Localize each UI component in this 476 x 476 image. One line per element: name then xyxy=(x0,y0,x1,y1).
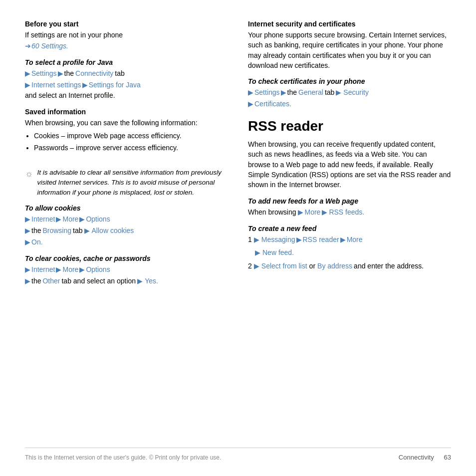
cc-the: the xyxy=(31,276,41,286)
ac-browsing-link: Browsing xyxy=(42,226,71,236)
s2-end: and enter the address. xyxy=(354,261,424,271)
add-feeds-title: To add new feeds for a Web page xyxy=(248,197,451,205)
saved-info-list: Cookies – improve Web page access effici… xyxy=(34,131,228,153)
s2-arrow1: ▶ xyxy=(254,261,259,271)
s1-rss-reader-link: RSS reader xyxy=(303,235,339,244)
create-feed-title: To create a new feed xyxy=(248,225,451,233)
allow-cookies-line2: ▶ the Browsing tab ▶ Allow cookies xyxy=(25,226,228,236)
cc-more-link: More xyxy=(62,264,78,275)
s2-by-address-link: By address xyxy=(317,261,352,271)
select-profile-line2: ▶ Internet settings ▶ Settings for Java xyxy=(25,80,228,90)
saved-info-section: Saved information When browsing, you can… xyxy=(25,108,228,156)
cc-internet-link: Internet xyxy=(31,264,55,275)
s1-arrow4: ▶ xyxy=(255,247,260,258)
saved-info-text: When browsing, you can save the followin… xyxy=(25,118,228,128)
before-arrow: ➔ xyxy=(25,41,31,51)
step1-line: 1 ▶ Messaging ▶ RSS reader ▶ More xyxy=(248,235,451,244)
check-certs-title: To check certificates in your phone xyxy=(248,77,451,85)
tip-text: It is advisable to clear all sensitive i… xyxy=(37,168,229,197)
sp-tab: tab xyxy=(115,68,124,79)
allow-cookies-line1: ▶ Internet ▶ More ▶ Options xyxy=(25,214,228,225)
add-feeds-text: When browsing xyxy=(248,207,296,217)
cc-arrow4: ▶ xyxy=(25,276,30,286)
ac-options-link: Options xyxy=(86,214,110,225)
before-you-start-text: If settings are not in your phone xyxy=(25,30,228,40)
s1-arrow2: ▶ xyxy=(296,235,302,244)
bullet-cookies: Cookies – improve Web page access effici… xyxy=(34,131,228,141)
cert-arrow2: ▶ xyxy=(281,87,286,98)
footer: This is the Internet version of the user… xyxy=(25,448,451,461)
af-more-link: More xyxy=(305,207,321,218)
select-profile-line1: ▶ Settings ▶ the Connectivity tab xyxy=(25,68,228,79)
footer-left: This is the Internet version of the user… xyxy=(25,453,399,461)
cc-arrow3: ▶ xyxy=(79,264,85,275)
settings-for-java-link: Settings for Java xyxy=(89,80,141,90)
s1-arrow1: ▶ xyxy=(254,235,259,244)
s2-or: or xyxy=(309,261,315,271)
check-certs-line2: ▶ Certificates. xyxy=(248,99,451,109)
sp-arrow2: ▶ xyxy=(58,68,63,79)
before-text1: If settings are not in your phone xyxy=(25,31,123,39)
cert-general-link: General xyxy=(298,87,323,98)
step2-num: 2 xyxy=(248,261,252,271)
step2-line: 2 ▶ Select from list or By address and e… xyxy=(248,261,451,271)
sp-arrow1: ▶ xyxy=(25,68,30,79)
footer-note: This is the Internet version of the user… xyxy=(25,454,221,461)
cert-tab: tab xyxy=(325,87,334,98)
cc-other-link: Other xyxy=(42,276,60,286)
sixty-settings-link: 60 Settings. xyxy=(31,41,68,51)
allow-cookies-line3: ▶ On. xyxy=(25,237,228,247)
rss-body: When browsing, you can receive frequentl… xyxy=(248,139,451,190)
before-you-start-section: Before you start If settings are not in … xyxy=(25,20,228,51)
clear-cookies-line1: ▶ Internet ▶ More ▶ Options xyxy=(25,264,228,275)
s1-messaging-link: Messaging xyxy=(261,235,295,244)
sp-arrow3: ▶ xyxy=(25,80,30,90)
ac-arrow1: ▶ xyxy=(25,214,30,225)
allow-cookies-section: To allow cookies ▶ Internet ▶ More ▶ Opt… xyxy=(25,204,228,247)
s1-more-link: More xyxy=(347,235,363,244)
cc-arrow2: ▶ xyxy=(56,264,61,275)
clear-cookies-title: To clear cookies, cache or passwords xyxy=(25,254,228,262)
create-feed-section: To create a new feed 1 ▶ Messaging ▶ RSS… xyxy=(248,225,451,274)
rss-title: RSS reader xyxy=(248,118,451,134)
clear-cookies-line2: ▶ the Other tab and select an option ▶ Y… xyxy=(25,276,228,286)
sp-settings-link: Settings xyxy=(31,68,57,79)
cc-end: tab and select an option xyxy=(61,276,136,286)
ac-arrow6: ▶ xyxy=(25,237,30,247)
bullet-passwords: Passwords – improve server access effici… xyxy=(34,143,228,153)
internet-security-text: Your phone supports secure browsing. Cer… xyxy=(248,30,451,70)
footer-right: Connectivity 63 xyxy=(399,453,451,461)
page: Before you start If settings are not in … xyxy=(0,0,476,476)
add-feeds-section: To add new feeds for a Web page When bro… xyxy=(248,197,451,218)
internet-security-title: Internet security and certificates xyxy=(248,20,451,28)
cert-the: the xyxy=(287,87,297,98)
rss-section: RSS reader When browsing, you can receiv… xyxy=(248,116,451,190)
left-column: Before you start If settings are not in … xyxy=(25,20,228,448)
before-nav-line: ➔ 60 Settings. xyxy=(25,41,228,51)
s1-new-feed-link: New feed. xyxy=(262,247,294,258)
cert-arrow4: ▶ xyxy=(248,99,253,109)
tip-icon: ☼ xyxy=(25,169,33,179)
sp-the: the xyxy=(64,68,74,79)
tip-block: ☼ It is advisable to clear all sensitive… xyxy=(25,168,228,197)
step1-line2: ▶ New feed. xyxy=(255,247,451,258)
footer-page: 63 xyxy=(444,454,451,461)
af-arrow1: ▶ xyxy=(298,207,303,218)
af-arrow2: ▶ xyxy=(322,207,327,218)
cert-arrow1: ▶ xyxy=(248,87,253,98)
sp-arrow4: ▶ xyxy=(82,80,88,90)
select-profile-section: To select a profile for Java ▶ Settings … xyxy=(25,58,228,100)
ac-arrow5: ▶ xyxy=(84,226,90,236)
content-area: Before you start If settings are not in … xyxy=(25,20,451,448)
ac-allow-cookies-link: Allow cookies xyxy=(92,226,134,236)
ac-tab: tab xyxy=(73,226,82,236)
s1-arrow3: ▶ xyxy=(340,235,346,244)
internet-security-section: Internet security and certificates Your … xyxy=(248,20,451,70)
cert-security-link: Security xyxy=(343,87,369,98)
right-column: Internet security and certificates Your … xyxy=(248,20,451,448)
ac-arrow4: ▶ xyxy=(25,226,30,236)
af-rss-feeds-link: RSS feeds. xyxy=(329,207,364,218)
select-profile-end: and select an Internet profile. xyxy=(25,90,228,100)
allow-cookies-title: To allow cookies xyxy=(25,204,228,212)
cert-settings-link: Settings xyxy=(254,87,280,98)
